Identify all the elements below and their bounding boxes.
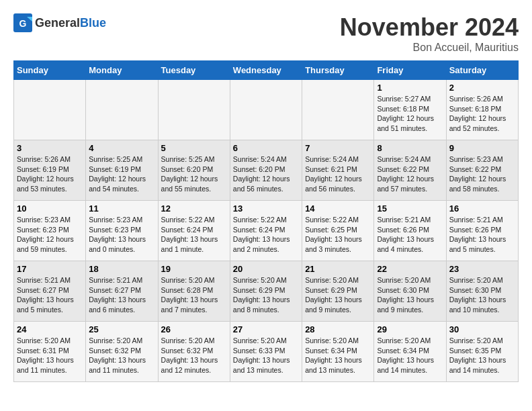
calendar-cell: 19Sunrise: 5:20 AM Sunset: 6:28 PM Dayli… xyxy=(158,261,230,322)
day-info: Sunrise: 5:24 AM Sunset: 6:21 PM Dayligh… xyxy=(305,154,371,194)
day-number: 5 xyxy=(161,143,227,153)
day-info: Sunrise: 5:23 AM Sunset: 6:23 PM Dayligh… xyxy=(17,215,83,255)
day-number: 21 xyxy=(305,264,371,274)
day-number: 25 xyxy=(89,324,154,334)
day-info: Sunrise: 5:21 AM Sunset: 6:26 PM Dayligh… xyxy=(449,215,515,255)
logo-blue: Blue xyxy=(80,16,106,30)
day-info: Sunrise: 5:20 AM Sunset: 6:28 PM Dayligh… xyxy=(161,275,227,315)
day-number: 26 xyxy=(161,324,227,334)
calendar-cell: 27Sunrise: 5:20 AM Sunset: 6:33 PM Dayli… xyxy=(230,322,302,382)
weekday-header-wednesday: Wednesday xyxy=(230,61,302,80)
day-number: 27 xyxy=(233,324,299,334)
day-number: 2 xyxy=(449,83,515,93)
day-info: Sunrise: 5:20 AM Sunset: 6:29 PM Dayligh… xyxy=(233,275,299,315)
calendar-cell: 13Sunrise: 5:22 AM Sunset: 6:24 PM Dayli… xyxy=(230,201,302,261)
calendar-cell: 20Sunrise: 5:20 AM Sunset: 6:29 PM Dayli… xyxy=(230,261,302,322)
day-info: Sunrise: 5:20 AM Sunset: 6:30 PM Dayligh… xyxy=(377,275,443,315)
calendar-cell: 25Sunrise: 5:20 AM Sunset: 6:32 PM Dayli… xyxy=(86,322,158,382)
day-info: Sunrise: 5:23 AM Sunset: 6:22 PM Dayligh… xyxy=(449,154,515,194)
weekday-header-sunday: Sunday xyxy=(14,61,86,80)
location-title: Bon Accueil, Mauritius xyxy=(340,42,519,54)
calendar-cell xyxy=(86,80,158,140)
weekday-header-monday: Monday xyxy=(86,61,158,80)
calendar-cell: 4Sunrise: 5:25 AM Sunset: 6:19 PM Daylig… xyxy=(86,140,158,201)
day-info: Sunrise: 5:20 AM Sunset: 6:30 PM Dayligh… xyxy=(449,275,515,315)
calendar-cell: 30Sunrise: 5:20 AM Sunset: 6:35 PM Dayli… xyxy=(446,322,518,382)
day-info: Sunrise: 5:20 AM Sunset: 6:29 PM Dayligh… xyxy=(305,275,371,315)
calendar-cell xyxy=(14,80,86,140)
calendar-cell: 5Sunrise: 5:25 AM Sunset: 6:20 PM Daylig… xyxy=(158,140,230,201)
calendar-cell: 29Sunrise: 5:20 AM Sunset: 6:34 PM Dayli… xyxy=(374,322,446,382)
day-number: 18 xyxy=(89,264,154,274)
calendar-cell: 12Sunrise: 5:22 AM Sunset: 6:24 PM Dayli… xyxy=(158,201,230,261)
day-number: 30 xyxy=(449,324,515,334)
calendar-cell: 21Sunrise: 5:20 AM Sunset: 6:29 PM Dayli… xyxy=(302,261,374,322)
day-info: Sunrise: 5:20 AM Sunset: 6:32 PM Dayligh… xyxy=(161,336,227,375)
calendar-cell: 10Sunrise: 5:23 AM Sunset: 6:23 PM Dayli… xyxy=(14,201,86,261)
day-number: 15 xyxy=(377,203,443,214)
day-number: 16 xyxy=(449,203,515,214)
calendar-cell: 1Sunrise: 5:27 AM Sunset: 6:18 PM Daylig… xyxy=(374,80,446,140)
day-number: 22 xyxy=(377,264,443,274)
calendar-cell: 6Sunrise: 5:24 AM Sunset: 6:20 PM Daylig… xyxy=(230,140,302,201)
calendar-body: 1Sunrise: 5:27 AM Sunset: 6:18 PM Daylig… xyxy=(14,80,519,382)
day-info: Sunrise: 5:21 AM Sunset: 6:27 PM Dayligh… xyxy=(17,275,83,315)
calendar-cell: 15Sunrise: 5:21 AM Sunset: 6:26 PM Dayli… xyxy=(374,201,446,261)
logo: G GeneralBlue xyxy=(13,13,106,32)
day-number: 1 xyxy=(377,83,443,93)
day-number: 12 xyxy=(161,203,227,214)
day-number: 28 xyxy=(305,324,371,334)
calendar-cell xyxy=(230,80,302,140)
calendar-cell: 8Sunrise: 5:24 AM Sunset: 6:22 PM Daylig… xyxy=(374,140,446,201)
week-row-2: 3Sunrise: 5:26 AM Sunset: 6:19 PM Daylig… xyxy=(14,140,519,201)
header: G GeneralBlue November 2024 Bon Accueil,… xyxy=(13,13,519,54)
weekday-header-row: SundayMondayTuesdayWednesdayThursdayFrid… xyxy=(14,61,519,80)
weekday-header-friday: Friday xyxy=(374,61,446,80)
weekday-header-tuesday: Tuesday xyxy=(158,61,230,80)
week-row-5: 24Sunrise: 5:20 AM Sunset: 6:31 PM Dayli… xyxy=(14,322,519,382)
day-number: 14 xyxy=(305,203,371,214)
day-number: 24 xyxy=(17,324,83,334)
calendar-cell: 17Sunrise: 5:21 AM Sunset: 6:27 PM Dayli… xyxy=(14,261,86,322)
day-info: Sunrise: 5:21 AM Sunset: 6:27 PM Dayligh… xyxy=(89,275,154,315)
day-number: 11 xyxy=(89,203,154,214)
calendar-header: SundayMondayTuesdayWednesdayThursdayFrid… xyxy=(14,61,519,80)
day-info: Sunrise: 5:26 AM Sunset: 6:18 PM Dayligh… xyxy=(449,94,515,134)
day-info: Sunrise: 5:21 AM Sunset: 6:26 PM Dayligh… xyxy=(377,215,443,255)
day-info: Sunrise: 5:24 AM Sunset: 6:22 PM Dayligh… xyxy=(377,154,443,194)
day-info: Sunrise: 5:26 AM Sunset: 6:19 PM Dayligh… xyxy=(17,154,83,194)
calendar-cell: 18Sunrise: 5:21 AM Sunset: 6:27 PM Dayli… xyxy=(86,261,158,322)
day-info: Sunrise: 5:22 AM Sunset: 6:24 PM Dayligh… xyxy=(161,215,227,255)
calendar-cell: 24Sunrise: 5:20 AM Sunset: 6:31 PM Dayli… xyxy=(14,322,86,382)
day-number: 19 xyxy=(161,264,227,274)
calendar-cell: 22Sunrise: 5:20 AM Sunset: 6:30 PM Dayli… xyxy=(374,261,446,322)
day-info: Sunrise: 5:22 AM Sunset: 6:24 PM Dayligh… xyxy=(233,215,299,255)
day-number: 6 xyxy=(233,143,299,153)
logo-icon: G xyxy=(13,13,32,32)
day-info: Sunrise: 5:20 AM Sunset: 6:33 PM Dayligh… xyxy=(233,336,299,375)
day-number: 9 xyxy=(449,143,515,153)
calendar-cell: 9Sunrise: 5:23 AM Sunset: 6:22 PM Daylig… xyxy=(446,140,518,201)
day-info: Sunrise: 5:25 AM Sunset: 6:20 PM Dayligh… xyxy=(161,154,227,194)
week-row-3: 10Sunrise: 5:23 AM Sunset: 6:23 PM Dayli… xyxy=(14,201,519,261)
calendar-cell: 11Sunrise: 5:23 AM Sunset: 6:23 PM Dayli… xyxy=(86,201,158,261)
calendar-cell: 14Sunrise: 5:22 AM Sunset: 6:25 PM Dayli… xyxy=(302,201,374,261)
day-info: Sunrise: 5:27 AM Sunset: 6:18 PM Dayligh… xyxy=(377,94,443,134)
day-info: Sunrise: 5:23 AM Sunset: 6:23 PM Dayligh… xyxy=(89,215,154,255)
calendar-cell: 23Sunrise: 5:20 AM Sunset: 6:30 PM Dayli… xyxy=(446,261,518,322)
weekday-header-saturday: Saturday xyxy=(446,61,518,80)
weekday-header-thursday: Thursday xyxy=(302,61,374,80)
day-info: Sunrise: 5:20 AM Sunset: 6:31 PM Dayligh… xyxy=(17,336,83,375)
day-info: Sunrise: 5:22 AM Sunset: 6:25 PM Dayligh… xyxy=(305,215,371,255)
title-area: November 2024 Bon Accueil, Mauritius xyxy=(340,13,519,54)
calendar-cell: 2Sunrise: 5:26 AM Sunset: 6:18 PM Daylig… xyxy=(446,80,518,140)
calendar-cell xyxy=(158,80,230,140)
day-number: 8 xyxy=(377,143,443,153)
day-info: Sunrise: 5:25 AM Sunset: 6:19 PM Dayligh… xyxy=(89,154,154,194)
day-number: 20 xyxy=(233,264,299,274)
calendar-cell: 7Sunrise: 5:24 AM Sunset: 6:21 PM Daylig… xyxy=(302,140,374,201)
calendar-cell xyxy=(302,80,374,140)
calendar-cell: 16Sunrise: 5:21 AM Sunset: 6:26 PM Dayli… xyxy=(446,201,518,261)
day-number: 7 xyxy=(305,143,371,153)
month-title: November 2024 xyxy=(340,13,519,42)
